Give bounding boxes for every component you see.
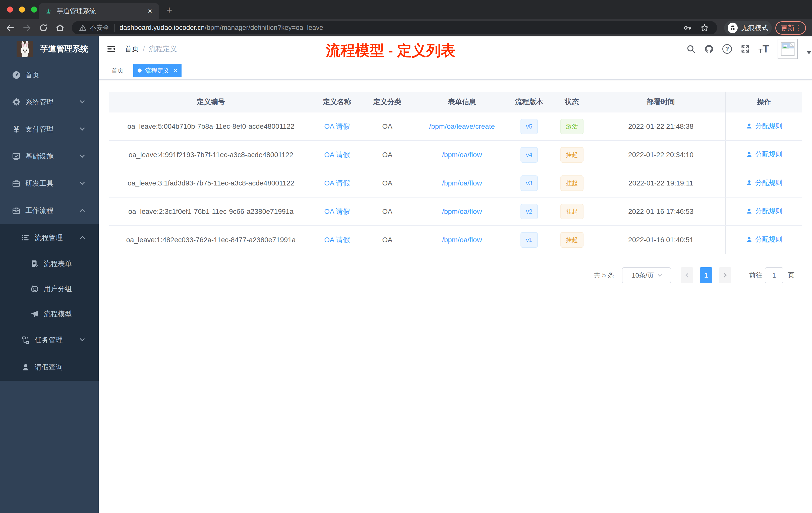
assign-rule-button[interactable]: 分配规则: [746, 121, 782, 130]
definition-name-link[interactable]: OA 请假: [324, 122, 350, 130]
avatar[interactable]: [778, 39, 798, 59]
browser-menu-icon[interactable]: ⋮: [795, 25, 802, 32]
goto-label: 前往: [749, 271, 762, 280]
form-link[interactable]: /bpm/oa/flow: [442, 208, 482, 215]
dashboard-icon: [11, 70, 21, 80]
chevron-down-icon: [80, 180, 85, 185]
status-badge: 挂起: [560, 175, 583, 191]
close-window-button[interactable]: [7, 6, 13, 12]
sidebar-menu: 首页 系统管理 ¥ 支付管理: [0, 61, 99, 381]
help-icon[interactable]: ?: [722, 44, 732, 54]
form-link[interactable]: /bpm/oa/leave/create: [429, 122, 495, 130]
password-key-icon[interactable]: [683, 23, 692, 32]
font-size-icon[interactable]: TT: [758, 44, 769, 54]
definition-id: oa_leave:3:1fad3d93-7b75-11ec-a3c8-acde4…: [109, 169, 313, 197]
app-logo-avatar: [17, 41, 33, 57]
assign-rule-button[interactable]: 分配规则: [746, 235, 782, 244]
sidebar-item-payment[interactable]: ¥ 支付管理: [0, 116, 99, 143]
assign-rule-button[interactable]: 分配规则: [746, 178, 782, 187]
sidebar-item-infra[interactable]: 基础设施: [0, 143, 99, 170]
browser-tab[interactable]: 芋道管理系统 ×: [39, 3, 159, 19]
list-icon: [21, 233, 31, 243]
sidebar-item-label: 任务管理: [35, 335, 63, 345]
form-link[interactable]: /bpm/oa/flow: [442, 179, 482, 187]
sidebar-item-label: 请假查询: [35, 362, 63, 372]
update-button[interactable]: 更新 ⋮: [775, 21, 806, 35]
sidebar-item-workflow[interactable]: 工作流程: [0, 197, 99, 224]
user-icon: [746, 179, 753, 186]
flow-tree-icon: [21, 335, 31, 345]
tag-process-definition[interactable]: 流程定义 ×: [133, 64, 181, 77]
prev-page-button[interactable]: [681, 267, 693, 283]
minimize-window-button[interactable]: [19, 6, 25, 12]
incognito-badge: 无痕模式: [724, 21, 772, 35]
definition-category: OA: [361, 141, 413, 169]
sidebar-logo-bar[interactable]: 芋道管理系统: [0, 36, 99, 61]
sidebar-item-process-model[interactable]: 流程模型: [0, 301, 99, 327]
deploy-time: 2022-01-22 19:19:11: [596, 169, 726, 197]
sidebar-item-process-mgmt[interactable]: 流程管理: [0, 224, 99, 251]
page-size-select[interactable]: 10条/页: [622, 267, 671, 283]
definition-name-link[interactable]: OA 请假: [324, 236, 350, 244]
col-header-status: 状态: [547, 92, 596, 112]
maximize-window-button[interactable]: [31, 6, 37, 12]
tag-home[interactable]: 首页: [107, 64, 128, 77]
url-bar[interactable]: 不安全 dashboard.yudao.iocoder.cn/bpm/manag…: [72, 21, 717, 34]
window-controls: [7, 6, 37, 12]
sidebar-item-system[interactable]: 系统管理: [0, 89, 99, 116]
assign-rule-button[interactable]: 分配规则: [746, 207, 782, 216]
sidebar-item-user-group[interactable]: 用户分组: [0, 276, 99, 301]
sidebar-item-leave-query[interactable]: 请假查询: [0, 354, 99, 381]
sidebar: 芋道管理系统 首页 系统管理 ¥ 支付: [0, 36, 99, 513]
yen-icon: ¥: [11, 124, 21, 134]
plant-favicon-icon: [45, 7, 52, 15]
fullscreen-icon[interactable]: [741, 44, 750, 54]
definition-name-link[interactable]: OA 请假: [324, 208, 350, 215]
tab-close-icon[interactable]: ×: [147, 6, 153, 16]
back-icon[interactable]: [5, 23, 15, 33]
definition-name-link[interactable]: OA 请假: [324, 151, 350, 159]
reload-icon[interactable]: [39, 23, 48, 33]
github-icon[interactable]: [704, 44, 714, 54]
sidebar-item-label: 首页: [25, 70, 39, 80]
status-badge: 激活: [560, 119, 583, 134]
definition-category: OA: [361, 169, 413, 197]
pagination: 共 5 条 10条/页 1 前往 页: [109, 267, 802, 283]
sidebar-item-label: 系统管理: [25, 97, 54, 107]
security-label[interactable]: 不安全: [90, 23, 110, 32]
breadcrumb-home[interactable]: 首页: [125, 44, 139, 54]
breadcrumb-separator: /: [143, 45, 145, 53]
definition-category: OA: [361, 225, 413, 254]
broken-image-icon: [781, 42, 795, 56]
user-icon: [746, 122, 753, 129]
browser-toolbar: 不安全 dashboard.yudao.iocoder.cn/bpm/manag…: [0, 19, 812, 36]
search-icon[interactable]: [686, 44, 696, 54]
browser-tab-strip: 芋道管理系统 × +: [0, 0, 812, 19]
workflow-submenu: 流程管理 流程表单 用户分组: [0, 224, 99, 381]
sidebar-item-devtools[interactable]: 研发工具: [0, 170, 99, 197]
tag-close-icon[interactable]: ×: [174, 67, 177, 74]
update-label[interactable]: 更新: [781, 23, 795, 33]
status-badge: 挂起: [560, 204, 583, 219]
sidebar-item-task-mgmt[interactable]: 任务管理: [0, 327, 99, 354]
avatar-dropdown-caret-icon[interactable]: [806, 51, 812, 54]
version-badge: v3: [521, 175, 538, 191]
bookmark-star-icon[interactable]: [700, 23, 709, 32]
assign-rule-button[interactable]: 分配规则: [746, 150, 782, 159]
home-icon[interactable]: [55, 23, 65, 33]
form-link[interactable]: /bpm/oa/flow: [442, 236, 482, 244]
form-link[interactable]: /bpm/oa/flow: [442, 151, 482, 159]
monitor-icon: [11, 151, 21, 161]
status-badge: 挂起: [560, 147, 583, 163]
next-page-button[interactable]: [719, 267, 731, 283]
goto-page-input[interactable]: [765, 267, 783, 283]
sidebar-item-process-form[interactable]: 流程表单: [0, 251, 99, 276]
forward-icon[interactable]: [22, 23, 32, 33]
new-tab-button[interactable]: +: [164, 5, 175, 14]
definition-name-link[interactable]: OA 请假: [324, 179, 350, 187]
sidebar-item-home[interactable]: 首页: [0, 61, 99, 89]
page-unit-label: 页: [788, 271, 794, 280]
sidebar-collapse-icon[interactable]: [106, 44, 116, 54]
page-number-1[interactable]: 1: [700, 267, 712, 283]
definition-id: oa_leave:2:3c1f0ef1-76b1-11ec-9c66-a2380…: [109, 197, 313, 225]
